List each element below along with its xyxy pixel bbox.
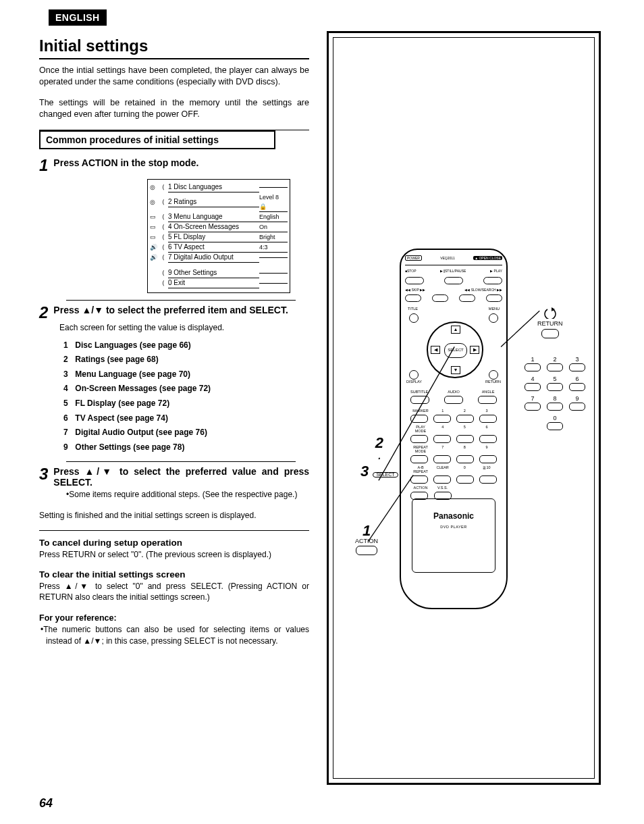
step-3-note: •Some items require additional steps. (S… [66, 489, 309, 500]
skip-prev-button[interactable] [405, 294, 421, 302]
search-fwd-button[interactable] [486, 294, 502, 302]
transport-label: ▶ PLAY [490, 269, 502, 273]
key-button[interactable] [433, 435, 451, 443]
osd-label: 1 Disc Languages [168, 182, 259, 192]
list-item: 3 Menu Language (see page 70) [63, 367, 309, 382]
key-label: PLAY MODE [410, 425, 431, 433]
left-column: Initial settings Once the intial setting… [39, 31, 309, 785]
key-button[interactable] [456, 435, 474, 443]
numpad-key[interactable]: 4 [524, 376, 541, 391]
step-2-list: 1 Disc Languages (see page 66)2 Ratings … [63, 338, 309, 455]
key-button[interactable] [479, 435, 497, 443]
osd-label: 2 Ratings [168, 197, 259, 207]
key-button[interactable] [410, 455, 428, 463]
key-button[interactable] [433, 475, 451, 484]
key-button[interactable] [410, 415, 428, 423]
left-button[interactable]: ◀ [431, 346, 440, 354]
right-button[interactable]: ▶ [470, 346, 479, 354]
menu-label: MENU [489, 307, 500, 311]
return-button[interactable] [489, 370, 498, 380]
osd-value: Bright [259, 232, 288, 242]
key-button[interactable] [479, 415, 497, 423]
page-number: 64 [39, 796, 53, 810]
step-2: 2 Press ▲/▼ to select the preferred item… [39, 305, 309, 321]
brand-sub: DVD PLAYER [412, 525, 495, 529]
key-button[interactable] [456, 415, 474, 423]
key-button[interactable] [479, 455, 497, 463]
power-button[interactable]: POWER [405, 255, 422, 261]
key-label: 0 [454, 465, 475, 473]
play-button[interactable] [483, 277, 502, 284]
key-label: V.S.S. [433, 486, 453, 490]
search-label: ◀◀ SLOW/SEARCH ▶▶ [464, 288, 502, 292]
intro-paragraph-2: The settings will be retained in the mem… [39, 97, 309, 120]
callout-return: RETURN [537, 305, 563, 338]
select-button[interactable]: SELECT [444, 343, 467, 358]
callout-action-button-icon [356, 546, 377, 555]
key-button[interactable] [456, 475, 474, 484]
cancel-text: Press RETURN or select "0". (The previou… [39, 549, 309, 560]
step-2-text: Press ▲/▼ to select the preferred item a… [53, 305, 309, 321]
osd-row: ▭ ⟨ 3 Menu Language English [148, 212, 290, 222]
list-item: 5 FL Display (see page 72) [63, 396, 309, 411]
numpad-key[interactable]: 2 [546, 356, 564, 371]
key-button[interactable] [456, 455, 474, 463]
osd-icon: ▭ [150, 212, 162, 222]
key-button[interactable] [433, 415, 451, 423]
key-button[interactable] [479, 475, 497, 484]
step-1: 1 Press ACTION in the stop mode. [39, 157, 309, 174]
section-heading: Common procedures of initial settings [39, 130, 275, 149]
title-button[interactable] [409, 313, 419, 323]
key-label: 7 [433, 445, 453, 453]
numpad-key[interactable]: 3 [568, 356, 586, 371]
osd-row: ⟨ 0 Exit [148, 278, 290, 288]
skip-next-button[interactable] [432, 294, 448, 302]
osd-value: Level 8 🔒 [259, 192, 288, 212]
return-label: RETURN [485, 380, 501, 384]
numpad-key[interactable]: 6 [568, 376, 586, 391]
language-tag: ENGLISH [49, 9, 107, 26]
page-title: Initial settings [39, 36, 309, 59]
down-button[interactable]: ▼ [451, 366, 460, 374]
display-label: DISPLAY [406, 380, 422, 384]
up-button[interactable]: ▲ [451, 326, 460, 334]
callout-2-3: 2 · 3 SELECT [360, 436, 398, 479]
osd-row: ▭ ⟨ 5 FL Display Bright [148, 232, 290, 242]
numpad-key[interactable]: 7 [524, 395, 541, 411]
search-rev-button[interactable] [459, 294, 475, 302]
osd-icon: ◎ [150, 182, 162, 192]
key-button[interactable] [410, 435, 428, 443]
list-item: 6 TV Aspect (see page 74) [63, 411, 309, 426]
mode-label: ANGLE [479, 390, 497, 394]
pause-button[interactable] [444, 277, 463, 284]
mode-button[interactable] [478, 396, 497, 404]
numpad-key[interactable]: 5 [546, 376, 564, 391]
osd-value: English [259, 212, 288, 222]
step-1-number: 1 [39, 157, 48, 174]
numpad-key[interactable]: 9 [568, 395, 586, 411]
open-close-button[interactable]: ▲ OPEN CLOSE [473, 256, 502, 260]
mode-label: AUDIO [445, 390, 462, 394]
key-button[interactable] [433, 455, 451, 463]
numpad-key[interactable]: 8 [546, 395, 564, 411]
key-label [477, 486, 497, 490]
osd-row: ◎ ⟨ 1 Disc Languages [148, 182, 290, 192]
numpad-key[interactable]: 0 [546, 415, 564, 430]
remote-control: POWER VEQ2011 ▲ OPEN CLOSE ■STOP▶||STILL… [400, 249, 508, 609]
mode-button[interactable] [410, 396, 429, 404]
numpad-key[interactable]: 1 [524, 356, 541, 371]
key-label: 2 [454, 409, 475, 413]
mode-button[interactable] [444, 396, 463, 404]
clear-heading: To clear the initial settings screen [39, 569, 309, 580]
callout-return-button-icon [541, 329, 559, 338]
osd-label: 4 On-Screen Messages [168, 222, 259, 232]
key-button[interactable] [410, 475, 428, 484]
display-button[interactable] [409, 370, 419, 380]
osd-row: ⟨ 9 Other Settings [148, 268, 290, 278]
menu-button[interactable] [489, 313, 498, 323]
stop-button[interactable] [405, 277, 424, 284]
skip-label: ◀◀ SKIP ▶▶ [405, 288, 425, 292]
key-label: ≧10 [477, 465, 497, 473]
key-label: CLEAR [433, 465, 453, 473]
osd-icon: ▭ [150, 222, 162, 232]
